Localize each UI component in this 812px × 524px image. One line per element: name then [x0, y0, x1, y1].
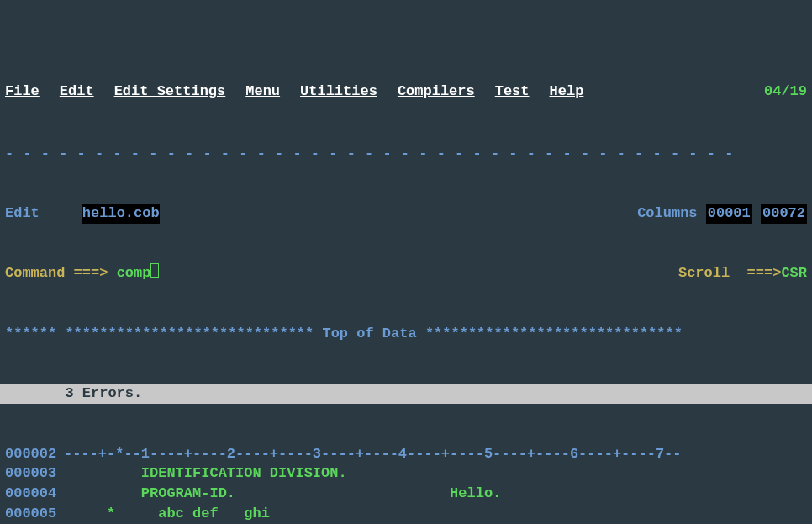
code-line[interactable]: 000005 * abc def ghi: [0, 504, 812, 524]
line-number: 000004: [5, 484, 64, 504]
menu-edit-settings[interactable]: Edit_Settings: [114, 82, 226, 102]
menu-menu[interactable]: Menu: [245, 82, 280, 102]
menu-file[interactable]: File: [5, 82, 40, 102]
line-number: 000003: [5, 463, 64, 484]
columns-label: Columns: [637, 204, 697, 224]
menu-bar: File Edit Edit_Settings Menu Utilities C…: [0, 80, 812, 103]
editor-header: Edit hello.cob Columns 00001 00072: [0, 204, 812, 224]
col-from: 00001: [706, 204, 752, 224]
top-of-data: ****** ***************************** Top…: [0, 324, 812, 344]
mode-label: Edit: [5, 204, 40, 224]
command-row: Command ===> comp Scroll ===>CSR: [0, 263, 812, 283]
menu-compilers[interactable]: Compilers: [398, 82, 475, 102]
menu-help[interactable]: Help: [550, 82, 584, 102]
code-line[interactable]: 000004 PROGRAM-ID. Hello.: [0, 484, 812, 504]
menu-edit[interactable]: Edit: [60, 82, 94, 102]
filename: hello.cob: [82, 204, 160, 224]
scroll-label: Scroll ===>: [678, 263, 781, 283]
command-label: Command ===>: [5, 263, 108, 283]
menu-date: 04/19: [764, 82, 807, 102]
code-line[interactable]: 000002----+-*--1----+----2----+----3----…: [0, 444, 812, 464]
code-line[interactable]: 000003 IDENTIFICATION DIVISION.: [0, 463, 812, 484]
cursor-icon: [150, 263, 159, 278]
menu-test[interactable]: Test: [495, 82, 530, 102]
code-text: IDENTIFICATION DIVISION.: [64, 463, 347, 484]
scroll-value[interactable]: CSR: [781, 263, 807, 283]
error-summary: 3 Errors.: [0, 384, 812, 404]
line-number: 000002: [5, 444, 64, 464]
command-input[interactable]: comp: [117, 263, 151, 283]
menu-utilities[interactable]: Utilities: [300, 82, 377, 102]
code-text: PROGRAM-ID. Hello.: [64, 484, 501, 504]
code-text: * abc def ghi: [64, 504, 270, 524]
line-number: 000005: [5, 504, 64, 524]
divider-line: - - - - - - - - - - - - - - - - - - - - …: [0, 144, 812, 164]
ruler-text: ----+-*--1----+----2----+----3----+----4…: [64, 444, 682, 464]
col-to: 00072: [761, 204, 807, 224]
code-area[interactable]: 000002----+-*--1----+----2----+----3----…: [0, 444, 812, 524]
